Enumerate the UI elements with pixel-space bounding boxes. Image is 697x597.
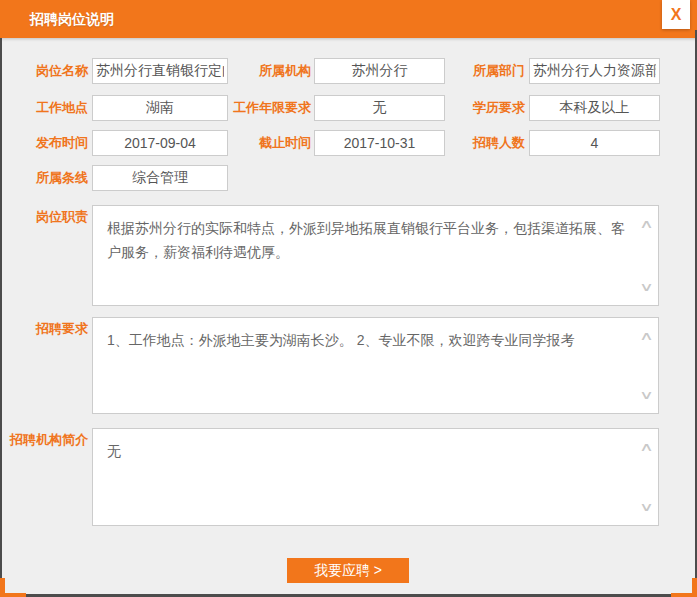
field-department: 所属部门: [440, 58, 660, 84]
field-deadline: 截止时间: [225, 130, 445, 156]
field-business-line: 所属条线: [10, 165, 228, 191]
experience-requirement-input[interactable]: [314, 95, 445, 121]
page-corner-bottom-right: [671, 593, 697, 597]
education-requirement-input[interactable]: [529, 95, 660, 121]
headcount-input[interactable]: [529, 130, 660, 156]
job-detail-dialog: 招聘岗位说明 X 岗位名称 所属机构 所属部门 工作地点 工作年限要求 学历要求…: [0, 0, 697, 597]
scroll-up-icon[interactable]: ∧: [639, 217, 654, 231]
business-line-label: 所属条线: [10, 165, 88, 191]
work-location-input[interactable]: [92, 95, 228, 121]
department-label: 所属部门: [440, 58, 525, 84]
recruitment-requirements-area: 1、工作地点：外派地主要为湖南长沙。 2、专业不限，欢迎跨专业同学报考 ∧ ∨: [92, 317, 659, 414]
publish-date-input[interactable]: [92, 130, 228, 156]
job-title-label: 岗位名称: [10, 58, 88, 84]
recruitment-requirements-textarea[interactable]: 1、工作地点：外派地主要为湖南长沙。 2、专业不限，欢迎跨专业同学报考: [92, 317, 659, 414]
job-duties-textarea[interactable]: 根据苏州分行的实际和特点，外派到异地拓展直销银行平台业务，包括渠道拓展、客户服务…: [92, 205, 659, 306]
field-organization: 所属机构: [225, 58, 445, 84]
close-icon[interactable]: X: [662, 0, 690, 29]
apply-button[interactable]: 我要应聘 >: [287, 558, 409, 583]
organization-intro-label: 招聘机构简介: [10, 432, 88, 448]
job-duties-area: 根据苏州分行的实际和特点，外派到异地拓展直销银行平台业务，包括渠道拓展、客户服务…: [92, 205, 659, 306]
field-work-location: 工作地点: [10, 95, 228, 121]
scroll-down-icon[interactable]: ∨: [639, 280, 654, 294]
job-title-input[interactable]: [92, 58, 228, 84]
scroll-up-icon[interactable]: ∧: [639, 329, 654, 343]
education-requirement-label: 学历要求: [440, 95, 525, 121]
field-job-title: 岗位名称: [10, 58, 228, 84]
recruitment-requirements-label: 招聘要求: [10, 321, 88, 337]
field-education-requirement: 学历要求: [440, 95, 660, 121]
headcount-label: 招聘人数: [440, 130, 525, 156]
scroll-down-icon[interactable]: ∨: [639, 388, 654, 402]
organization-input[interactable]: [314, 58, 445, 84]
scroll-up-icon[interactable]: ∧: [639, 440, 654, 454]
experience-requirement-label: 工作年限要求: [225, 95, 311, 121]
department-input[interactable]: [529, 58, 660, 84]
page-corner-bottom-left: [0, 593, 26, 597]
publish-date-label: 发布时间: [10, 130, 88, 156]
dialog-header: 招聘岗位说明: [0, 0, 697, 38]
field-publish-date: 发布时间: [10, 130, 228, 156]
organization-label: 所属机构: [225, 58, 311, 84]
dialog-title: 招聘岗位说明: [30, 0, 114, 38]
work-location-label: 工作地点: [10, 95, 88, 121]
business-line-input[interactable]: [92, 165, 228, 191]
job-duties-label: 岗位职责: [10, 209, 88, 225]
field-experience-requirement: 工作年限要求: [225, 95, 445, 121]
organization-intro-area: 无 ∧ ∨: [92, 428, 659, 526]
page-edge-left: [0, 38, 2, 597]
organization-intro-textarea[interactable]: 无: [92, 428, 659, 526]
scroll-down-icon[interactable]: ∨: [639, 500, 654, 514]
deadline-label: 截止时间: [225, 130, 311, 156]
field-headcount: 招聘人数: [440, 130, 660, 156]
deadline-input[interactable]: [314, 130, 445, 156]
